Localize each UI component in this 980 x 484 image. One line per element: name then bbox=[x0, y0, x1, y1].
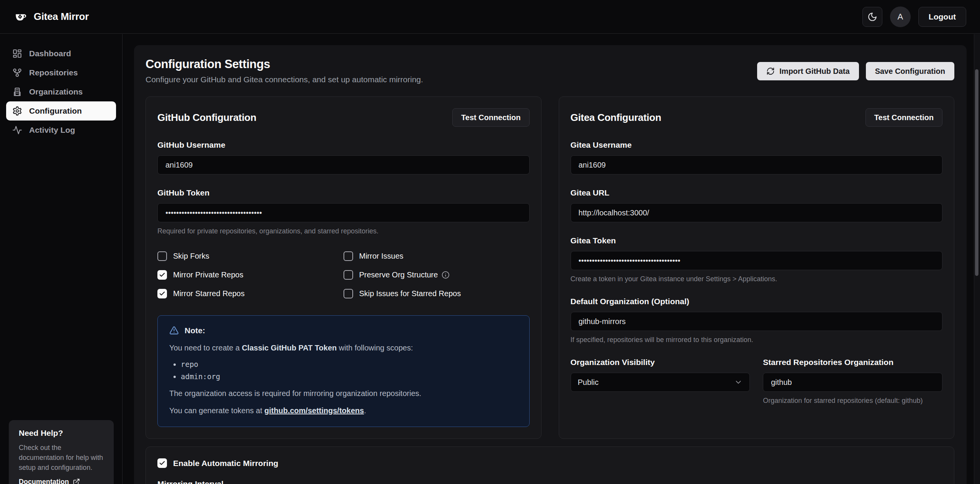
scope-list: repo admin:org bbox=[181, 360, 518, 381]
default-org-input[interactable] bbox=[571, 312, 943, 331]
page-subtitle: Configure your GitHub and Gitea connecti… bbox=[146, 75, 423, 84]
sidebar-item-activity-log[interactable]: Activity Log bbox=[6, 121, 116, 140]
alert-triangle-icon bbox=[169, 326, 179, 335]
github-username-input[interactable] bbox=[157, 155, 530, 174]
documentation-link-label: Documentation bbox=[19, 478, 69, 484]
external-link-icon bbox=[73, 478, 80, 484]
activity-icon bbox=[12, 125, 22, 135]
github-card-title: GitHub Configuration bbox=[157, 112, 256, 124]
need-help-card: Need Help? Check out the documentation f… bbox=[9, 420, 114, 484]
checkbox-mirror-issues[interactable]: Mirror Issues bbox=[344, 251, 530, 261]
starred-org-label: Starred Repositories Organization bbox=[763, 358, 942, 367]
import-button-label: Import GitHub Data bbox=[779, 67, 849, 76]
default-org-helper: If specified, repositories will be mirro… bbox=[571, 336, 943, 344]
checkbox-preserve-org-structure[interactable]: Preserve Org Structure bbox=[344, 270, 530, 280]
org-visibility-label: Organization Visibility bbox=[571, 358, 750, 367]
brand: Gitea Mirror bbox=[14, 10, 89, 24]
checkbox-mirror-starred-repos[interactable]: Mirror Starred Repos bbox=[157, 289, 344, 298]
scope-item: admin:org bbox=[181, 372, 518, 381]
note-line2: The organization access is required for … bbox=[169, 389, 518, 398]
starred-org-helper: Organization for starred repositories (d… bbox=[763, 397, 942, 405]
github-username-label: GitHub Username bbox=[157, 140, 530, 150]
checkbox-unchecked-icon bbox=[344, 270, 353, 280]
user-avatar[interactable]: A bbox=[890, 7, 911, 27]
git-fork-icon bbox=[12, 68, 22, 78]
note-title: Note: bbox=[185, 326, 205, 335]
scrollbar-track[interactable] bbox=[974, 34, 980, 484]
github-token-input[interactable] bbox=[157, 203, 530, 222]
checkbox-skip-forks[interactable]: Skip Forks bbox=[157, 251, 344, 261]
checkbox-unchecked-icon bbox=[344, 289, 353, 298]
info-icon[interactable] bbox=[442, 271, 450, 279]
github-token-helper: Required for private repositories, organ… bbox=[157, 227, 530, 235]
sidebar-nav: Dashboard Repositories Organizations Con… bbox=[0, 34, 123, 484]
help-title: Need Help? bbox=[19, 429, 104, 438]
sidebar-item-repositories[interactable]: Repositories bbox=[6, 63, 116, 82]
refresh-icon bbox=[766, 67, 775, 75]
org-visibility-select[interactable]: Public bbox=[571, 373, 750, 392]
building-icon bbox=[12, 87, 22, 97]
mirroring-interval-label: Mirroring Interval bbox=[157, 479, 942, 484]
chevron-down-icon bbox=[734, 378, 743, 386]
gitea-token-label: Gitea Token bbox=[571, 236, 943, 245]
gitea-token-input[interactable] bbox=[571, 251, 943, 270]
logout-button[interactable]: Logout bbox=[918, 7, 966, 27]
sidebar-item-label: Organizations bbox=[29, 87, 83, 96]
sidebar-item-configuration[interactable]: Configuration bbox=[6, 101, 116, 121]
checkbox-unchecked-icon bbox=[344, 251, 353, 261]
gitea-token-helper: Create a token in your Gitea instance un… bbox=[571, 275, 943, 283]
sidebar-item-label: Dashboard bbox=[29, 49, 71, 58]
scope-item: repo bbox=[181, 360, 518, 368]
help-text: Check out the documentation for help wit… bbox=[19, 443, 104, 473]
sidebar-item-dashboard[interactable]: Dashboard bbox=[6, 44, 116, 63]
starred-org-input[interactable] bbox=[763, 373, 942, 392]
note-line1: You need to create a Classic GitHub PAT … bbox=[169, 344, 518, 352]
theme-toggle-button[interactable] bbox=[862, 7, 882, 27]
gitea-test-connection-button[interactable]: Test Connection bbox=[865, 108, 942, 127]
checkbox-unchecked-icon bbox=[157, 251, 167, 261]
scrollbar-thumb[interactable] bbox=[975, 69, 978, 276]
dashboard-icon bbox=[12, 49, 22, 59]
gitea-username-label: Gitea Username bbox=[571, 140, 943, 150]
gear-icon bbox=[12, 106, 22, 116]
sidebar-item-label: Configuration bbox=[29, 106, 82, 116]
save-configuration-button[interactable]: Save Configuration bbox=[866, 62, 954, 80]
default-org-label: Default Organization (Optional) bbox=[571, 297, 943, 306]
app-title: Gitea Mirror bbox=[34, 11, 89, 23]
gitea-url-input[interactable] bbox=[571, 203, 943, 222]
github-token-label: GitHub Token bbox=[157, 188, 530, 197]
checkbox-checked-icon bbox=[157, 270, 167, 280]
documentation-link[interactable]: Documentation bbox=[19, 478, 104, 484]
moon-icon bbox=[867, 12, 877, 22]
page-title: Configuration Settings bbox=[146, 57, 423, 71]
checkbox-label: Preserve Org Structure bbox=[359, 271, 438, 279]
sidebar-item-organizations[interactable]: Organizations bbox=[6, 82, 116, 101]
top-navbar: Gitea Mirror A Logout bbox=[0, 0, 980, 34]
checkbox-checked-icon bbox=[157, 458, 167, 468]
gitea-username-input[interactable] bbox=[571, 155, 943, 174]
gitea-card-title: Gitea Configuration bbox=[571, 112, 661, 124]
enable-automatic-mirroring-checkbox[interactable]: Enable Automatic Mirroring bbox=[157, 458, 942, 468]
tokens-settings-link[interactable]: github.com/settings/tokens bbox=[264, 406, 364, 415]
checkbox-checked-icon bbox=[157, 289, 167, 298]
github-test-connection-button[interactable]: Test Connection bbox=[452, 108, 529, 127]
checkbox-skip-issues-starred[interactable]: Skip Issues for Starred Repos bbox=[344, 289, 530, 298]
import-github-data-button[interactable]: Import GitHub Data bbox=[757, 62, 859, 80]
checkbox-mirror-private-repos[interactable]: Mirror Private Repos bbox=[157, 270, 344, 280]
sidebar-item-label: Repositories bbox=[29, 68, 78, 77]
sidebar-item-label: Activity Log bbox=[29, 125, 75, 135]
main-content: Configuration Settings Configure your Gi… bbox=[134, 45, 967, 484]
github-configuration-card: GitHub Configuration Test Connection Git… bbox=[146, 96, 542, 439]
gitea-cup-logo-icon bbox=[14, 10, 28, 24]
pat-token-note: Note: You need to create a Classic GitHu… bbox=[157, 315, 530, 427]
gitea-configuration-card: Gitea Configuration Test Connection Gite… bbox=[559, 96, 955, 439]
automatic-mirroring-card: Enable Automatic Mirroring Mirroring Int… bbox=[146, 447, 954, 484]
note-line3: You can generate tokens at github.com/se… bbox=[169, 406, 518, 415]
org-visibility-value: Public bbox=[578, 378, 599, 387]
gitea-url-label: Gitea URL bbox=[571, 188, 943, 197]
